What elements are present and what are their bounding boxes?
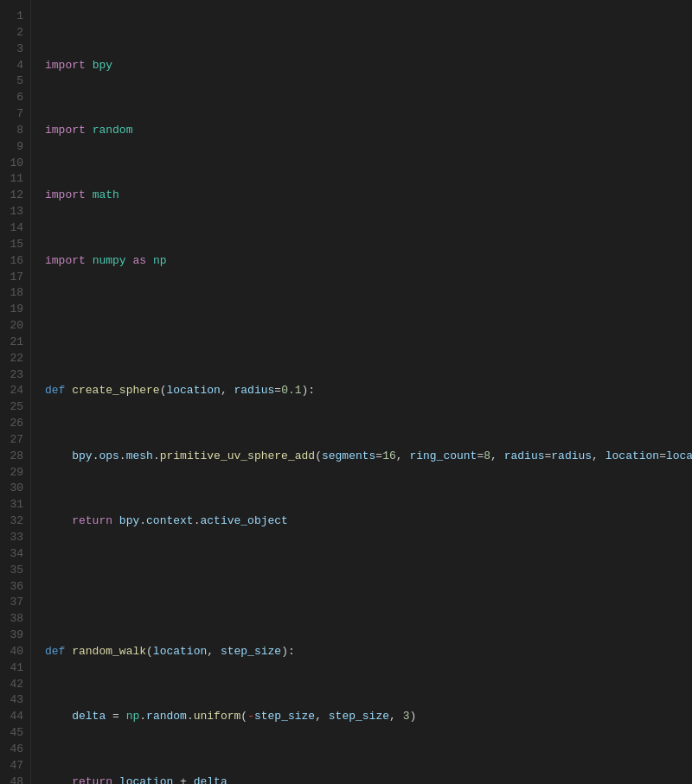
line-num-16: 16 xyxy=(0,253,30,270)
line-num-29: 29 xyxy=(0,465,30,481)
line-num-4: 4 xyxy=(0,58,30,74)
line-num-15: 15 xyxy=(0,237,30,253)
line-num-2: 2 xyxy=(0,25,30,41)
code-line-5 xyxy=(45,318,692,335)
line-num-19: 19 xyxy=(0,302,30,318)
line-num-40: 40 xyxy=(0,644,30,660)
line-num-13: 13 xyxy=(0,204,30,220)
line-num-3: 3 xyxy=(0,41,30,58)
line-num-10: 10 xyxy=(0,156,30,172)
line-num-25: 25 xyxy=(0,399,30,416)
code-line-6: def create_sphere(location, radius=0.1): xyxy=(45,383,692,399)
line-num-30: 30 xyxy=(0,481,30,497)
line-num-12: 12 xyxy=(0,188,30,204)
line-num-18: 18 xyxy=(0,285,30,302)
line-num-39: 39 xyxy=(0,628,30,644)
line-num-42: 42 xyxy=(0,677,30,693)
line-num-45: 45 xyxy=(0,725,30,742)
line-num-47: 47 xyxy=(0,758,30,774)
line-num-27: 27 xyxy=(0,432,30,449)
code-editor: 1 2 3 4 5 6 7 8 9 10 11 12 13 14 15 16 1… xyxy=(0,0,692,784)
line-num-48: 48 xyxy=(0,774,30,784)
line-num-9: 9 xyxy=(0,139,30,156)
code-line-12: return location + delta xyxy=(45,774,692,784)
code-line-8: return bpy.context.active_object xyxy=(45,513,692,530)
line-num-31: 31 xyxy=(0,497,30,513)
line-num-14: 14 xyxy=(0,220,30,237)
line-num-22: 22 xyxy=(0,351,30,367)
line-num-36: 36 xyxy=(0,579,30,596)
line-num-23: 23 xyxy=(0,367,30,384)
code-line-10: def random_walk(location, step_size): xyxy=(45,644,692,660)
code-line-7: bpy.ops.mesh.primitive_uv_sphere_add(seg… xyxy=(45,449,692,465)
line-num-7: 7 xyxy=(0,106,30,123)
line-num-38: 38 xyxy=(0,611,30,628)
line-num-46: 46 xyxy=(0,742,30,758)
line-num-20: 20 xyxy=(0,318,30,335)
line-num-21: 21 xyxy=(0,335,30,351)
line-num-8: 8 xyxy=(0,123,30,139)
line-num-26: 26 xyxy=(0,416,30,432)
line-num-1: 1 xyxy=(0,9,30,25)
line-num-6: 6 xyxy=(0,90,30,106)
code-line-4: import numpy as np xyxy=(45,253,692,270)
line-num-35: 35 xyxy=(0,563,30,579)
line-numbers: 1 2 3 4 5 6 7 8 9 10 11 12 13 14 15 16 1… xyxy=(0,0,31,784)
line-num-44: 44 xyxy=(0,709,30,725)
line-num-5: 5 xyxy=(0,73,30,90)
code-line-2: import random xyxy=(45,123,692,139)
line-num-43: 43 xyxy=(0,692,30,709)
code-line-11: delta = np.random.uniform(-step_size, st… xyxy=(45,709,692,725)
line-num-17: 17 xyxy=(0,270,30,286)
code-line-9 xyxy=(45,579,692,596)
line-num-37: 37 xyxy=(0,595,30,611)
line-num-34: 34 xyxy=(0,546,30,563)
code-line-1: import bpy xyxy=(45,58,692,74)
code-line-3: import math xyxy=(45,188,692,204)
code-content[interactable]: import bpy import random import math imp… xyxy=(31,0,692,784)
line-num-11: 11 xyxy=(0,171,30,188)
line-num-32: 32 xyxy=(0,513,30,530)
line-num-28: 28 xyxy=(0,449,30,465)
line-num-41: 41 xyxy=(0,660,30,677)
line-num-24: 24 xyxy=(0,383,30,399)
line-num-33: 33 xyxy=(0,530,30,546)
